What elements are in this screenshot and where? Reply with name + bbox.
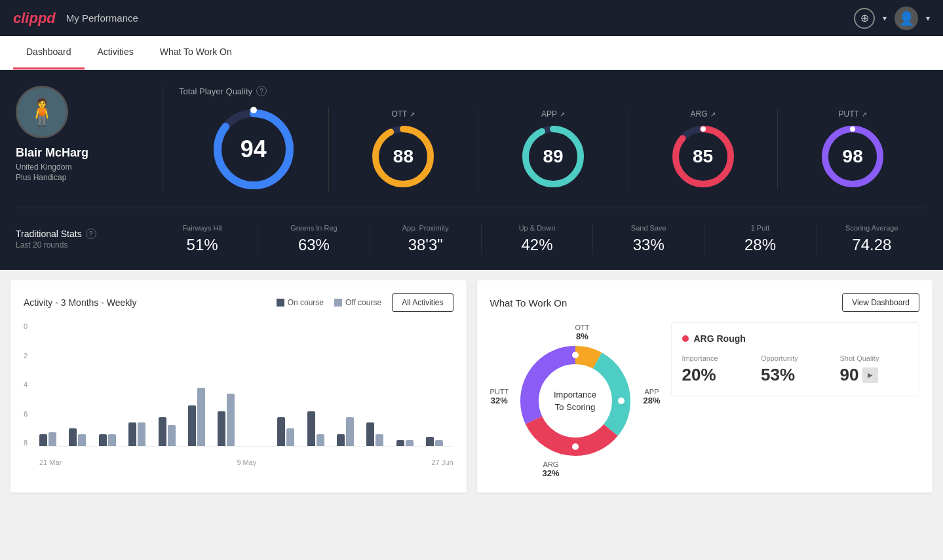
tab-what-to-work-on[interactable]: What To Work On — [147, 36, 245, 69]
svg-point-20 — [572, 443, 579, 450]
y-label-0: 0 — [24, 322, 37, 330]
wtwo-content: ImportanceTo Scoring OTT 8% APP 28% ARG … — [490, 322, 920, 479]
activity-panel: Activity - 3 Months - Weekly On course O… — [10, 280, 467, 493]
activity-title: Activity - 3 Months - Weekly — [24, 297, 136, 308]
bottom-panels: Activity - 3 Months - Weekly On course O… — [0, 270, 943, 503]
stat-proximity: App. Proximity 38'3" — [370, 224, 482, 254]
app-arrow: ↗ — [560, 111, 565, 118]
info-stat-opportunity-label: Opportunity — [761, 354, 830, 362]
info-card-title: ARG Rough — [682, 333, 909, 344]
legend-off-course-dot — [334, 299, 342, 307]
putt-arrow: ↗ — [862, 111, 867, 118]
bar-off-2 — [108, 434, 116, 446]
stat-sandsave-label: Sand Save — [598, 224, 699, 232]
add-dropdown[interactable]: ▾ — [883, 14, 887, 23]
stat-proximity-label: App. Proximity — [375, 224, 476, 232]
x-label-jun: 27 Jun — [431, 458, 453, 466]
stat-gir: Greens In Reg 63% — [258, 224, 370, 254]
main-ring: 94 — [211, 107, 296, 192]
bar-on-9 — [307, 411, 315, 446]
chart-legend: On course Off course — [277, 298, 382, 307]
profile-country: United Kingdom — [16, 162, 71, 172]
stat-fairways-label: Fairways Hit — [152, 224, 252, 232]
arg-label-text: ARG — [691, 109, 708, 119]
bar-group-9 — [307, 411, 334, 446]
view-dashboard-button[interactable]: View Dashboard — [842, 293, 919, 312]
stat-scoring: Scoring Average 74.28 — [817, 224, 927, 254]
donut-label-arg: ARG 32% — [543, 460, 560, 478]
profile-handicap: Plus Handicap — [16, 173, 66, 182]
trad-label-group: Traditional Stats ? Last 20 rounds — [16, 229, 147, 250]
trad-label: Traditional Stats ? — [16, 229, 147, 239]
stat-updown-label: Up & Down — [487, 224, 587, 232]
bar-on-4 — [159, 417, 166, 446]
arg-donut-pct: 32% — [543, 468, 560, 478]
main-score-value: 94 — [241, 136, 267, 163]
info-card-stats: Importance 20% Opportunity 53% Shot Qual… — [682, 354, 909, 385]
bar-on-3 — [128, 422, 136, 446]
add-button[interactable]: ⊕ — [854, 8, 875, 29]
tab-activities[interactable]: Activities — [85, 36, 147, 69]
app-score-card: APP ↗ 89 — [478, 109, 628, 189]
bar-off-8 — [286, 428, 294, 446]
ott-score-value: 88 — [393, 146, 414, 167]
svg-point-18 — [572, 352, 579, 358]
svg-point-2 — [250, 107, 257, 113]
bar-group-11 — [366, 422, 393, 446]
ott-ring: 88 — [370, 124, 436, 189]
quality-scores: 94 OTT ↗ 88 — [179, 107, 927, 192]
stat-oneputt-value: 28% — [710, 236, 810, 254]
bar-on-8 — [277, 417, 285, 446]
bar-off-4 — [168, 425, 176, 446]
stat-fairways: Fairways Hit 51% — [147, 224, 258, 254]
stats-row: 🧍 Blair McHarg United Kingdom Plus Handi… — [16, 86, 927, 192]
info-stat-opportunity: Opportunity 53% — [761, 354, 830, 385]
trad-help-icon[interactable]: ? — [86, 229, 96, 239]
avatar-dropdown[interactable]: ▾ — [926, 14, 930, 23]
putt-score-value: 98 — [843, 146, 863, 167]
bar-group-8 — [277, 417, 304, 446]
quality-section: Total Player Quality ? 94 — [179, 86, 927, 192]
wtwo-title: What To Work On — [490, 297, 568, 308]
putt-label-text: PUTT — [839, 109, 859, 119]
ott-label: OTT ↗ — [391, 109, 415, 119]
bar-group-13 — [426, 437, 453, 446]
quality-label-text: Total Player Quality — [179, 86, 252, 96]
trad-label-text: Traditional Stats — [16, 229, 82, 239]
donut-label-putt: PUTT 32% — [490, 388, 509, 405]
header-title: My Performance — [66, 12, 138, 24]
stat-gir-value: 63% — [263, 236, 364, 254]
bar-off-5 — [197, 388, 205, 446]
avatar[interactable]: 👤 — [895, 7, 918, 30]
putt-ring: 98 — [820, 124, 885, 189]
quality-label: Total Player Quality ? — [179, 86, 927, 96]
tab-dashboard[interactable]: Dashboard — [13, 36, 85, 69]
svg-point-19 — [618, 398, 625, 404]
stat-scoring-label: Scoring Average — [822, 224, 922, 232]
quality-help-icon[interactable]: ? — [256, 86, 267, 96]
bar-off-3 — [138, 422, 145, 446]
traditional-stats: Traditional Stats ? Last 20 rounds Fairw… — [16, 208, 927, 254]
app-label-text: APP — [541, 109, 557, 119]
y-label-8: 8 — [24, 439, 37, 447]
app-label: APP ↗ — [541, 109, 565, 119]
info-card: ARG Rough Importance 20% Opportunity 53%… — [671, 322, 920, 396]
chart-content — [39, 322, 453, 447]
arg-donut-label-text: ARG — [543, 460, 560, 468]
ott-donut-label-text: OTT — [575, 324, 590, 331]
legend-on-course-dot — [277, 299, 284, 307]
donut-svg — [510, 335, 641, 466]
x-label-may: 9 May — [237, 458, 256, 466]
all-activities-button[interactable]: All Activities — [392, 293, 453, 312]
y-label-4: 4 — [24, 381, 37, 388]
chart-x-labels: 21 Mar 9 May 27 Jun — [39, 458, 453, 466]
info-stat-importance-value: 20% — [682, 365, 751, 385]
bar-off-0 — [48, 432, 56, 446]
bar-group-2 — [99, 434, 126, 446]
stat-oneputt: 1 Putt 28% — [704, 224, 816, 254]
app-score-value: 89 — [543, 146, 563, 167]
bar-on-5 — [188, 405, 196, 446]
info-stat-importance: Importance 20% — [682, 354, 751, 385]
profile-panel: 🧍 Blair McHarg United Kingdom Plus Handi… — [16, 86, 147, 182]
wtwo-header: What To Work On View Dashboard — [490, 293, 920, 312]
